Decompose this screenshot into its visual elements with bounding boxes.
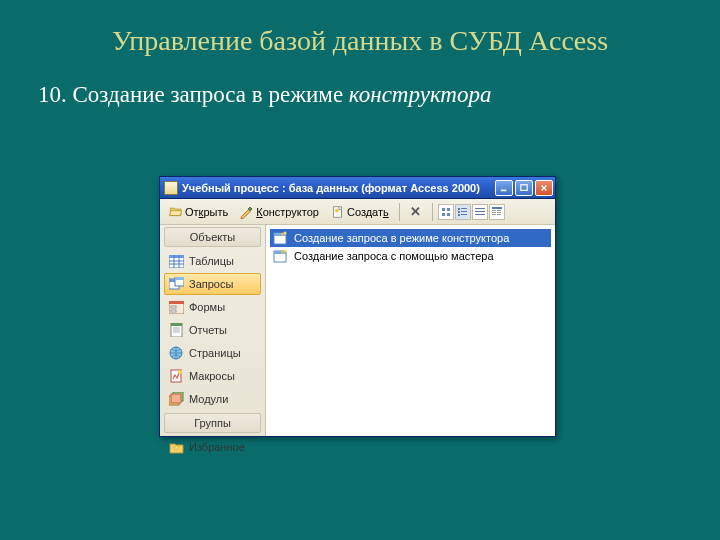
view-large-icons-button[interactable] [438,204,454,220]
database-icon [164,181,178,195]
list-item-label: Создание запроса в режиме конструктора [294,232,509,244]
maximize-button[interactable] [515,180,533,196]
slide-subtitle: 10. Создание запроса в режиме конструкто… [0,57,720,108]
window-controls [495,180,553,196]
sidebar-item-macros[interactable]: Макросы [164,365,261,387]
wizard-icon [273,248,289,264]
view-buttons-group [438,204,505,220]
open-button[interactable]: Открыть [164,202,233,222]
list-item-label: Создание запроса с помощью мастера [294,250,494,262]
favorites-icon [169,440,184,454]
page-icon [169,346,184,360]
slide-title: Управление базой данных в СУБД Access [0,0,720,57]
sidebar-item-label: Страницы [189,347,241,359]
svg-point-54 [284,250,287,253]
svg-rect-17 [492,207,502,209]
svg-rect-19 [497,210,501,211]
open-icon [169,205,183,219]
window-body: Объекты Таблицы Запросы Формы [160,225,555,436]
sidebar-item-label: Макросы [189,370,235,382]
sidebar-header-groups[interactable]: Группы [164,413,261,433]
svg-rect-18 [492,210,496,211]
wizard-icon [273,230,289,246]
subtitle-text: Создание запроса в режиме [73,82,344,107]
window-title: Учебный процесс : база данных (формат Ac… [182,182,495,194]
sidebar-item-label: Таблицы [189,255,234,267]
delete-icon: ✕ [409,205,423,219]
view-details-button[interactable] [489,204,505,220]
open-label: Открыть [185,206,228,218]
table-icon [169,254,184,268]
svg-rect-7 [447,213,450,216]
svg-rect-14 [475,208,485,209]
sidebar-item-label: Отчеты [189,324,227,336]
new-button[interactable]: Создать [326,202,394,222]
svg-rect-12 [458,214,460,216]
new-label: Создать [347,206,389,218]
sidebar-item-label: Модули [189,393,228,405]
minimize-button[interactable] [495,180,513,196]
svg-rect-20 [492,212,496,213]
svg-rect-4 [442,208,445,211]
svg-rect-15 [475,211,485,212]
svg-rect-21 [497,212,501,213]
query-icon [169,277,184,291]
sidebar-header-objects[interactable]: Объекты [164,227,261,247]
svg-point-45 [178,370,182,374]
sidebar-item-forms[interactable]: Формы [164,296,261,318]
design-icon [240,205,254,219]
new-icon [331,205,345,219]
toolbar-separator-2 [432,203,433,221]
sidebar-item-tables[interactable]: Таблицы [164,250,261,272]
svg-rect-6 [442,213,445,216]
svg-rect-37 [171,310,176,312]
svg-rect-13 [461,214,467,215]
subtitle-italic: конструктора [349,82,492,107]
svg-rect-36 [171,306,176,308]
svg-rect-11 [461,211,467,212]
sidebar-item-label: Запросы [189,278,233,290]
svg-rect-16 [475,214,485,215]
sidebar-item-reports[interactable]: Отчеты [164,319,261,341]
form-icon [169,300,184,314]
svg-rect-25 [169,255,184,258]
toolbar-separator [399,203,400,221]
svg-rect-33 [175,277,184,280]
content-pane[interactable]: Создание запроса в режиме конструктора С… [266,225,555,436]
svg-rect-0 [501,189,507,191]
view-list-button[interactable] [472,204,488,220]
toolbar: Открыть Конструктор Создать ✕ [160,199,555,225]
list-item-create-wizard[interactable]: Создание запроса с помощью мастера [270,247,551,265]
sidebar-item-label: Избранное [189,441,245,453]
design-button[interactable]: Конструктор [235,202,324,222]
window-titlebar[interactable]: Учебный процесс : база данных (формат Ac… [160,177,555,199]
sidebar-item-label: Формы [189,301,225,313]
module-icon [169,392,184,406]
sidebar-item-queries[interactable]: Запросы [164,273,261,295]
macro-icon [169,369,184,383]
svg-rect-35 [169,301,184,304]
sidebar-item-favorites[interactable]: Избранное [164,436,261,458]
report-icon [169,323,184,337]
delete-button[interactable]: ✕ [405,202,427,222]
objects-sidebar: Объекты Таблицы Запросы Формы [160,225,266,436]
svg-rect-9 [461,208,467,209]
sidebar-item-pages[interactable]: Страницы [164,342,261,364]
svg-rect-3 [334,206,342,217]
view-small-icons-button[interactable] [455,204,471,220]
svg-rect-23 [497,214,501,215]
svg-rect-1 [521,184,527,190]
svg-point-51 [284,232,287,235]
svg-rect-39 [171,323,182,326]
close-button[interactable] [535,180,553,196]
design-label: Конструктор [256,206,319,218]
sidebar-item-modules[interactable]: Модули [164,388,261,410]
svg-rect-10 [458,211,460,213]
list-item-create-design[interactable]: Создание запроса в режиме конструктора [270,229,551,247]
svg-rect-5 [447,208,450,211]
svg-rect-8 [458,208,460,210]
svg-rect-48 [171,394,181,403]
access-database-window: Учебный процесс : база данных (формат Ac… [159,176,556,437]
subtitle-number: 10. [38,82,67,107]
svg-rect-22 [492,214,496,215]
